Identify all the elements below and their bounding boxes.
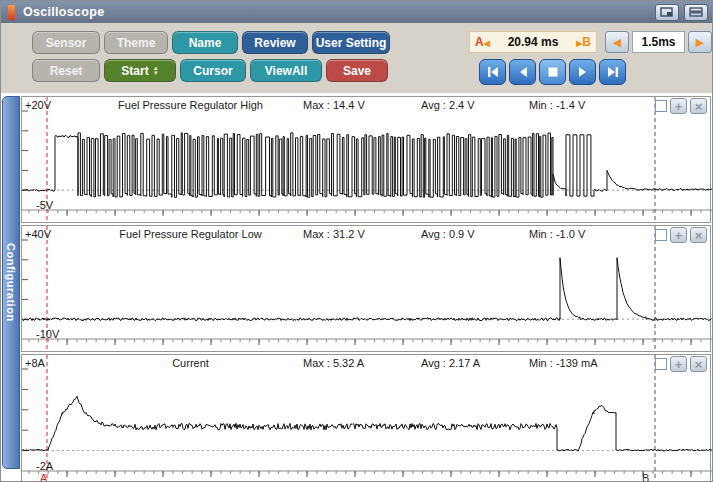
toolbar-row-2: Reset Start ▲▼ Cursor ViewAll Save [32,59,388,82]
skip-to-start-icon [486,66,500,78]
ab-time-value: 20.94 ms [508,35,559,49]
channel-3-plot[interactable] [22,355,713,482]
zoom-channel-button[interactable]: + [670,356,687,372]
close-channel-button[interactable]: × [690,356,707,372]
channel-panels: +20V Fuel Pressure Regulator High Max : … [21,96,711,482]
sensor-button[interactable]: Sensor [32,31,100,54]
channel-panel-2: +40V Fuel Pressure Regulator Low Max : 3… [21,225,711,352]
configuration-tab[interactable]: Configuration [2,96,20,469]
save-button[interactable]: Save [326,59,388,82]
plus-icon: + [675,358,683,371]
tile-windows-button[interactable] [684,4,708,21]
plus-icon: + [675,100,683,113]
cursor-button[interactable]: Cursor [180,59,246,82]
playback-controls [479,59,626,85]
timebase-value: 1.5ms [632,31,685,53]
name-button[interactable]: Name [172,31,238,54]
timebase-control: ◀ 1.5ms ▶ [605,31,712,53]
viewall-button[interactable]: ViewAll [250,59,322,82]
channel-3-controls: + × [655,356,707,372]
channel-select-checkbox[interactable] [655,358,667,370]
left-arrow-icon: ◀ [613,36,621,49]
close-icon: × [695,229,703,242]
title-bar: Oscilloscope [1,1,712,23]
cursor-a-arrow-icon: ◀ [484,39,490,48]
zoom-channel-button[interactable]: + [670,98,687,114]
restore-window-icon [660,7,674,17]
timebase-increase-button[interactable]: ▶ [688,31,712,53]
user-setting-button[interactable]: User Setting [312,31,390,54]
stop-icon [547,66,559,78]
channel-select-checkbox[interactable] [655,100,667,112]
zoom-channel-button[interactable]: + [670,227,687,243]
close-channel-button[interactable]: × [690,98,707,114]
toolbar-row-1: Sensor Theme Name Review User Setting [32,31,390,54]
channel-select-checkbox[interactable] [655,229,667,241]
channel-2-plot[interactable] [22,226,713,351]
plus-icon: + [675,229,683,242]
theme-button[interactable]: Theme [104,31,168,54]
configuration-tab-label: Configuration [5,243,17,322]
channel-panel-1: +20V Fuel Pressure Regulator High Max : … [21,96,711,223]
skip-to-end-button[interactable] [599,59,626,85]
close-channel-button[interactable]: × [690,227,707,243]
review-button[interactable]: Review [242,31,308,54]
timebase-decrease-button[interactable]: ◀ [605,31,629,53]
oscilloscope-window: Oscilloscope Sensor Theme Name Review Us… [0,0,713,482]
cursor-b-label: B [582,35,591,49]
channel-2-controls: + × [655,227,707,243]
cursor-a-label: A [475,35,484,49]
play-forward-icon [577,66,589,78]
window-title: Oscilloscope [23,5,650,19]
step-back-button[interactable] [509,59,536,85]
skip-to-end-icon [606,66,620,78]
close-icon: × [695,358,703,371]
channel-panel-3: +8A Current Max : 5.32 A Avg : 2.17 A Mi… [21,354,711,482]
ab-time-readout: A◀ 20.94 ms ▶B [469,31,597,53]
step-back-icon [517,66,529,78]
app-icon [8,5,15,20]
channel-1-controls: + × [655,98,707,114]
close-icon: × [695,100,703,113]
toolbar: Sensor Theme Name Review User Setting Re… [1,23,712,94]
restore-window-button[interactable] [655,4,679,21]
right-arrow-icon: ▶ [696,36,704,49]
skip-to-start-button[interactable] [479,59,506,85]
start-spinner-icon: ▲▼ [153,66,159,76]
reset-button[interactable]: Reset [32,59,100,82]
scope-area: Configuration +20V Fuel Pressure Regulat… [1,93,712,481]
tile-windows-icon [689,7,703,17]
play-forward-button[interactable] [569,59,596,85]
channel-1-plot[interactable] [22,97,713,222]
start-button[interactable]: Start ▲▼ [104,59,176,82]
stop-button[interactable] [539,59,566,85]
